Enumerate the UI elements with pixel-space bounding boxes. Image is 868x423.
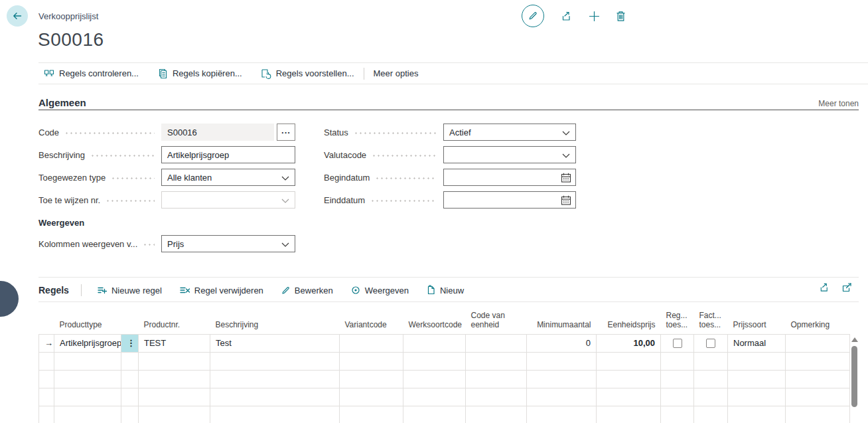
table-row-empty [39,370,850,388]
fact-toeslag-checkbox[interactable] [706,339,715,348]
col-row-menu [121,305,139,334]
delete-page-button[interactable] [616,11,626,22]
edit-page-button[interactable] [522,5,544,27]
view-columns-select[interactable]: Prijs [161,235,295,252]
col-variantcode[interactable]: Variantcode [340,305,403,334]
col-reg-toeslag[interactable]: Reg... toes... [661,305,694,334]
end-date-field[interactable] [443,191,576,209]
chevron-down-icon [281,199,289,203]
cell-productnr[interactable]: TEST [139,334,210,352]
back-button[interactable] [7,5,28,27]
share-icon [818,282,830,293]
delete-line-button[interactable]: Regel verwijderen [171,285,272,296]
focus-mode-icon [841,282,852,293]
cell-producttype[interactable]: Artikelprijsgroep [54,334,121,352]
table-row-empty [39,388,850,406]
cell-eenheidsprijs[interactable]: 10,00 [597,334,661,352]
cell-code-van-eenheid[interactable] [466,334,527,352]
cell-beschrijving[interactable]: Test [210,334,340,352]
scrollbar-thumb[interactable] [851,346,857,407]
col-beschrijving[interactable]: Beschrijving [210,305,340,334]
view-subsection-title: Weergeven [38,218,84,228]
status-leader [354,132,437,134]
table-header-row: Producttype Productnr. Beschrijving Vari… [39,305,850,334]
col-code-van-eenheid[interactable]: Code van eenheid [466,305,527,334]
col-minimumaantal[interactable]: Minimumaantal [527,305,597,334]
focus-mode-button[interactable] [841,282,852,293]
currency-label: Valutacode [324,150,366,160]
col-eenheidsprijs[interactable]: Eenheidsprijs [597,305,661,334]
table-row-empty [39,352,850,370]
col-fact-toeslag[interactable]: Fact... toes... [694,305,728,334]
description-field[interactable]: Artikelprijsgroep [161,146,295,163]
col-prijssoort[interactable]: Prijssoort [728,305,786,334]
col-werksoortcode[interactable]: Werksoortcode [403,305,466,334]
applies-to-type-label: Toegewezen type [38,173,106,183]
page-title: S00016 [38,29,104,50]
scrollbar-up-icon[interactable] [851,337,858,342]
edit-list-button[interactable]: Bewerken [272,286,342,296]
applies-to-type-value: Alle klanten [167,173,212,183]
description-label: Beschrijving [38,150,85,160]
add-icon [589,11,600,22]
new-button[interactable]: Nieuw [417,285,472,296]
side-panel-handle[interactable] [0,281,19,317]
check-lines-button[interactable]: Regels controleren... [38,68,148,79]
description-value: Artikelprijsgroep [167,150,229,160]
view-columns-leader [143,244,155,246]
chevron-down-icon [562,153,570,158]
edit-icon [281,286,291,296]
new-line-button[interactable]: Nieuwe regel [88,285,171,296]
status-label: Status [324,127,348,137]
chevron-down-icon [281,176,289,181]
delete-line-label: Regel verwijderen [194,286,263,296]
breadcrumb[interactable]: Verkoopprijslijst [38,11,98,21]
applies-to-type-select[interactable]: Alle klanten [161,169,295,186]
delete-line-icon [179,285,190,296]
new-line-label: Nieuwe regel [111,286,162,296]
new-page-button[interactable] [589,11,600,22]
start-date-field[interactable] [443,169,576,186]
cell-prijssoort[interactable]: Normaal [728,334,786,352]
view-list-button[interactable]: Weergeven [342,285,417,296]
col-productnr[interactable]: Productnr. [139,305,210,334]
col-opmerking[interactable]: Opmerking [786,305,850,334]
col-row-indicator [39,305,54,334]
new-document-icon [426,285,436,296]
cell-variantcode[interactable] [340,334,403,352]
copy-lines-button[interactable]: Regels kopiëren... [148,68,252,79]
more-options-button[interactable]: Meer opties [364,68,428,78]
more-options-label: Meer opties [374,68,419,78]
status-select[interactable]: Actief [443,124,576,141]
suggest-lines-icon [261,68,271,79]
cell-opmerking[interactable] [786,334,850,352]
code-leader [64,132,155,134]
calendar-icon[interactable] [561,173,571,183]
edit-label: Bewerken [295,286,333,296]
cell-minimumaantal[interactable]: 0 [527,334,597,352]
row-arrow-icon: → [39,334,54,352]
copy-lines-label: Regels kopiëren... [173,68,242,78]
lines-table: Producttype Productnr. Beschrijving Vari… [38,305,850,423]
currency-select[interactable] [443,146,576,163]
col-producttype[interactable]: Producttype [54,305,121,334]
code-value: S00016 [167,127,197,137]
code-assist-button[interactable]: ... [277,124,295,141]
share-lines-button[interactable] [818,282,830,293]
calendar-icon[interactable] [561,195,571,206]
status-value: Actief [449,127,471,137]
start-date-leader [375,177,437,179]
check-lines-label: Regels controleren... [59,68,139,78]
cell-fact-toeslag [694,334,728,352]
end-date-leader [370,200,437,202]
reg-toeslag-checkbox[interactable] [673,339,682,348]
code-field[interactable]: S00016 [161,124,274,141]
row-menu-dots[interactable]: ⋮ [121,334,139,352]
cell-werksoortcode[interactable] [403,334,466,352]
chevron-down-icon [562,131,570,135]
show-more-link[interactable]: Meer tonen [783,99,859,108]
share-page-button[interactable] [560,11,573,22]
table-scrollbar[interactable] [850,335,859,423]
suggest-lines-button[interactable]: Regels voorstellen... [252,68,364,79]
applies-to-no-leader [106,200,155,202]
